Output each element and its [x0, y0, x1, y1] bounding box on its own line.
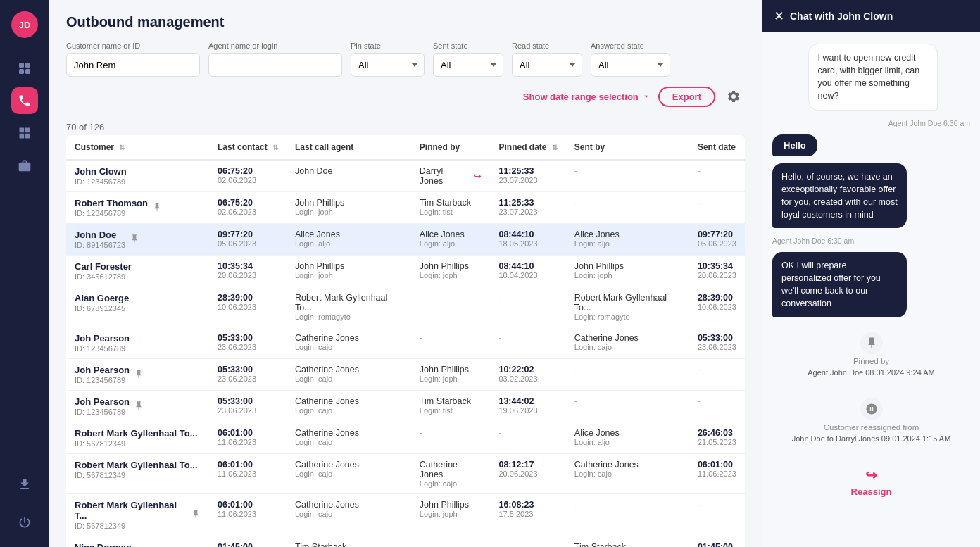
customer-id: ID: 567812349 [75, 439, 198, 448]
customer-id: ID: 123456789 [75, 408, 130, 416]
agent-name: John Doe [295, 166, 403, 176]
pin-state-select[interactable]: All Pinned Not Pinned [351, 53, 425, 77]
chat-header-left: ✕ Chat with John Clown [774, 10, 893, 23]
no-pinned-by: - [420, 293, 422, 303]
table-row[interactable]: Robert Mark Gyllenhaal T... ID: 56781234… [66, 494, 745, 536]
sent-state-select[interactable]: All Sent Not Sent [433, 53, 503, 77]
settings-button[interactable] [722, 85, 745, 108]
table-row[interactable]: Carl Forester ID: 345612789 10:35:34 20.… [66, 256, 745, 287]
table-row[interactable]: Robert Mark Gyllenhaal To... ID: 5678123… [66, 454, 745, 494]
read-state-filter-group: Read state All Read Unread [512, 42, 582, 77]
sidebar: JD [0, 0, 49, 547]
pinned-by-container: Tim Starback Login: tist [420, 396, 482, 415]
agent-filter-input[interactable] [208, 53, 342, 77]
cell-last-call-agent: Tim Starback Login: tist [287, 536, 411, 548]
contact-date: 23.06.2023 [218, 375, 278, 383]
table-row[interactable]: Joh Pearson ID: 123456789 05:33:00 23.06… [66, 359, 745, 391]
row-pin-button[interactable] [130, 234, 139, 246]
customer-id: ID: 123456789 [75, 344, 130, 353]
export-button[interactable]: Export [658, 87, 715, 107]
cell-pinned-date: - [490, 536, 565, 548]
customer-name: Alan Goerge [75, 293, 129, 303]
svg-rect-1 [25, 63, 30, 68]
power-icon[interactable] [11, 509, 38, 536]
sidebar-icon-briefcase[interactable] [11, 152, 38, 179]
no-sent-by: - [574, 365, 577, 375]
sidebar-icon-download[interactable] [11, 471, 38, 498]
table-row[interactable]: Alan Goerge ID: 678912345 28:39:00 10.06… [66, 287, 745, 327]
row-pin-button[interactable] [152, 202, 162, 214]
pinned-by-name: Catherine Jones [420, 460, 482, 479]
row-pin-button[interactable] [191, 509, 201, 521]
chat-event-reassign: Customer reassigned from John Doe to Dar… [772, 391, 970, 450]
sent-by-login: Login: cajo [574, 470, 681, 478]
table-row[interactable]: Joh Pearson ID: 123456789 05:33:00 23.06… [66, 327, 745, 359]
col-last-contact[interactable]: Last contact ⇅ [209, 135, 287, 160]
col-customer[interactable]: Customer ⇅ [66, 135, 209, 160]
col-sent-date: Sent date [689, 135, 745, 160]
table-row[interactable]: Joh Pearson ID: 123456789 05:33:00 23.06… [66, 391, 745, 422]
contact-time: 05:33:00 [218, 365, 278, 375]
chevron-down-icon [641, 92, 651, 101]
chat-bubble-agent-ok: OK I will prepare personalized offer for… [772, 252, 907, 317]
main-content: Outbound management Customer name or ID … [49, 0, 762, 547]
pinned-by-login: Login: joph [420, 510, 469, 518]
svg-rect-2 [19, 69, 24, 74]
pinned-event-detail: Agent John Doe 08.01.2024 9:24 AM [808, 368, 934, 377]
contact-date: 02.06.2023 [218, 208, 278, 216]
sent-time: 05:33:00 [698, 333, 736, 343]
sent-time: 28:39:00 [698, 293, 736, 303]
cell-last-call-agent: Catherine Jones Login: cajo [287, 359, 411, 391]
agent-name: John Phillips [295, 261, 403, 271]
row-pin-button[interactable] [134, 369, 144, 381]
reassign-event-detail: John Doe to Darryl Jones 09.01.2024 1:15… [792, 434, 951, 443]
cell-last-contact: 05:33:00 23.06.2023 [209, 391, 287, 422]
customer-filter-group: Customer name or ID [66, 42, 200, 77]
pinned-by-name: Tim Starback [420, 198, 471, 208]
cell-customer: Robert Mark Gyllenhaal To... ID: 5678123… [66, 454, 209, 494]
sidebar-icon-grid[interactable] [11, 120, 38, 146]
cell-pinned-date: 08:12:17 20.06.2023 [490, 454, 565, 494]
reassign-button[interactable]: ↪ Reassign [851, 461, 892, 503]
no-pinned-by: - [420, 333, 422, 343]
cell-last-contact: 06:01:00 11.06.2023 [209, 422, 287, 454]
answered-state-select[interactable]: All Answered Unanswered [591, 53, 670, 77]
cell-last-call-agent: Alice Jones Login: aljo [287, 224, 411, 256]
customer-filter-input[interactable] [66, 53, 200, 77]
user-avatar[interactable]: JD [11, 11, 38, 38]
table-row[interactable]: John Doe ID: 891456723 09:77:20 05.06.20… [66, 224, 745, 256]
contact-date: 23.06.2023 [218, 343, 278, 351]
cell-sent-by: - [566, 391, 689, 422]
pinned-date-val: 10.04.2023 [498, 271, 557, 279]
agent-name: Catherine Jones [295, 460, 403, 470]
agent-login: Login: joph [295, 271, 403, 279]
cell-sent-by: Tim Starback Login: tist [566, 536, 689, 548]
cell-sent-date: 05:33:00 23.06.2023 [689, 327, 745, 359]
pin-event-icon [860, 332, 883, 354]
no-sent-date: - [698, 500, 701, 510]
table-row[interactable]: Nina Dorman ID: 145236789 01:45:00 20.06… [66, 536, 745, 548]
sidebar-icon-phone[interactable] [11, 87, 38, 114]
chat-message-agent-2: Hello, of course, we have an exceoptiona… [772, 163, 941, 229]
customer-name: Robert Mark Gyllenhaal T... [75, 500, 187, 521]
chat-message-agent-3: OK I will prepare personalized offer for… [772, 252, 941, 317]
no-pinned-date: - [498, 293, 501, 303]
cell-sent-by: - [566, 359, 689, 391]
table-row[interactable]: Robert Mark Gyllenhaal To... ID: 5678123… [66, 422, 745, 454]
cell-last-contact: 06:01:00 11.06.2023 [209, 494, 287, 536]
table-row[interactable]: John Clown ID: 123456789 06:75:20 02.06.… [66, 160, 745, 192]
chat-close-button[interactable]: ✕ [774, 10, 784, 23]
cell-last-call-agent: John Phillips Login: joph [287, 256, 411, 287]
cell-last-contact: 05:33:00 23.06.2023 [209, 327, 287, 359]
pinned-date-val: 23.07.2023 [498, 176, 557, 184]
col-last-call-agent: Last call agent [287, 135, 411, 160]
read-state-select[interactable]: All Read Unread [512, 53, 582, 77]
row-pin-button[interactable] [134, 401, 144, 413]
sidebar-icon-dashboard[interactable] [11, 55, 38, 82]
pinned-by-container: John Phillips Login: joph [420, 365, 482, 383]
table-row[interactable]: Robert Thomson ID: 123456789 06:75:20 02… [66, 192, 745, 224]
date-range-button[interactable]: Show date range selection [523, 92, 651, 102]
no-pinned-date: - [498, 333, 501, 343]
col-pinned-date[interactable]: Pinned date ⇅ [490, 135, 565, 160]
person-icon [865, 403, 878, 415]
